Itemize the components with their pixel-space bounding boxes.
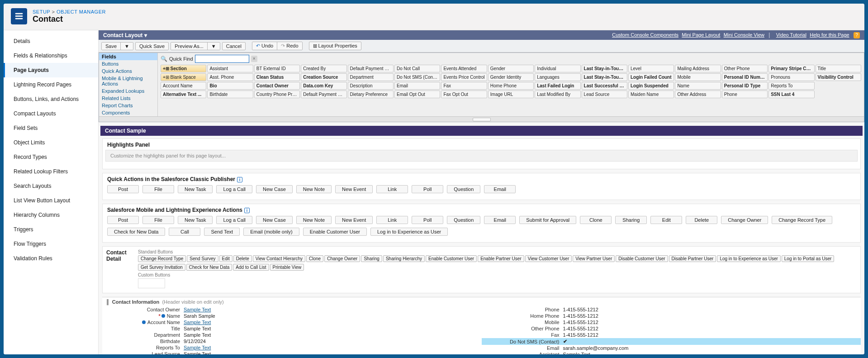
action-pill[interactable]: Link xyxy=(376,216,408,224)
field-chip[interactable]: Other Address xyxy=(675,91,721,98)
redo-button[interactable]: Redo xyxy=(277,42,302,50)
field-row[interactable]: Account NameSample Text xyxy=(102,319,482,325)
standard-button[interactable]: Log in to Experience as User xyxy=(717,255,780,262)
field-chip[interactable]: Account Name xyxy=(161,82,206,90)
sidebar-item[interactable]: Lightning Record Pages xyxy=(4,77,98,92)
link-mini-console-view[interactable]: Mini Console View xyxy=(724,32,764,38)
palette-category[interactable]: Mobile & Lightning Actions xyxy=(99,75,157,87)
action-pill[interactable]: Post xyxy=(107,185,139,193)
field-chip[interactable]: Gender xyxy=(488,65,534,72)
field-chip[interactable]: Login Suspended xyxy=(628,82,674,90)
field-chip[interactable]: Email Opt Out xyxy=(394,91,440,98)
preview-dropdown[interactable]: ▼ xyxy=(208,43,220,50)
save-button[interactable]: Save xyxy=(102,43,121,50)
standard-button[interactable]: Disable Customer User xyxy=(616,255,668,262)
action-pill[interactable]: Change Owner xyxy=(721,216,768,224)
sidebar-item[interactable]: Fields & Relationships xyxy=(4,48,98,63)
field-chip[interactable]: Other Phone xyxy=(722,65,768,72)
field-chip[interactable]: Do Not SMS (Contact) xyxy=(394,73,440,81)
field-chip[interactable]: Pronouns xyxy=(768,73,814,81)
field-chip[interactable]: Maiden Name xyxy=(628,91,674,98)
standard-button[interactable]: View Customer User xyxy=(525,255,572,262)
clear-icon[interactable]: × xyxy=(251,56,257,62)
standard-button[interactable]: Get Survey Invitation xyxy=(138,264,185,271)
field-chip[interactable]: Asst. Phone xyxy=(207,73,253,81)
action-pill[interactable]: New Task xyxy=(178,185,213,193)
action-pill[interactable]: New Case xyxy=(256,185,293,193)
quick-find-input[interactable] xyxy=(195,55,249,63)
palette-category[interactable]: Report Charts xyxy=(99,102,157,109)
action-pill[interactable]: Log a Call xyxy=(216,185,252,193)
action-pill[interactable]: Log a Call xyxy=(216,216,252,224)
field-chip[interactable]: BT External ID xyxy=(254,65,300,72)
help-icon[interactable]: ? xyxy=(854,32,860,38)
action-pill[interactable]: Email (mobile only) xyxy=(243,228,299,236)
sidebar-item[interactable]: Field Sets xyxy=(4,121,98,135)
field-chip[interactable]: Alternative Text ... xyxy=(161,91,206,98)
action-pill[interactable]: Call xyxy=(169,228,200,236)
sidebar-item[interactable]: Object Limits xyxy=(4,135,98,150)
sidebar-item[interactable]: Flow Triggers xyxy=(4,237,98,251)
standard-button[interactable]: Edit xyxy=(219,255,232,262)
action-pill[interactable]: Question xyxy=(447,185,480,193)
cancel-button[interactable]: Cancel xyxy=(222,42,246,50)
action-pill[interactable]: Log in to Experience as User xyxy=(370,228,448,236)
standard-button[interactable]: Enable Partner User xyxy=(478,255,524,262)
crumb-objmgr[interactable]: OBJECT MANAGER xyxy=(57,9,106,14)
field-row[interactable]: Other Phone1-415-555-1212 xyxy=(482,325,861,332)
field-chip[interactable]: Clean Status xyxy=(254,73,300,81)
field-row[interactable]: Mobile1-415-555-1212 xyxy=(482,319,861,325)
action-pill[interactable]: Check for New Data xyxy=(107,228,165,236)
sidebar-item[interactable]: Triggers xyxy=(4,222,98,237)
standard-button[interactable]: View Contact Hierarchy xyxy=(253,255,305,262)
field-chip[interactable]: Default Payment G... xyxy=(301,91,346,98)
field-row[interactable]: TitleSample Text xyxy=(102,325,482,332)
standard-button[interactable]: Change Owner xyxy=(324,255,360,262)
field-chip[interactable]: Primary Stripe Cu... xyxy=(768,65,814,72)
field-row[interactable]: DepartmentSample Text xyxy=(102,332,482,338)
field-row[interactable]: *NameSarah Sample xyxy=(102,313,482,319)
palette-category[interactable]: Related Lists xyxy=(99,95,157,102)
drag-handle-icon[interactable] xyxy=(473,118,491,121)
field-chip[interactable]: Last Modified By xyxy=(535,91,580,98)
standard-button[interactable]: Enable Customer User xyxy=(426,255,477,262)
field-row[interactable]: Phone1-415-555-1212 xyxy=(482,306,861,313)
field-chip[interactable]: Last Stay-in-Touc... xyxy=(582,73,627,81)
palette-category[interactable]: Expanded Lookups xyxy=(99,87,157,95)
standard-button[interactable]: Send Survey xyxy=(187,255,218,262)
field-chip[interactable]: SSN Last 4 xyxy=(768,91,814,98)
field-chip[interactable]: Login Failed Count xyxy=(628,73,674,81)
field-chip[interactable]: Level xyxy=(628,65,674,72)
field-chip[interactable]: Mobile xyxy=(675,73,721,81)
highlights-hint[interactable]: Customize the highlights panel for this … xyxy=(105,150,858,162)
field-chip[interactable]: Last Failed Login xyxy=(535,82,580,90)
action-pill[interactable]: New Note xyxy=(296,185,332,193)
action-pill[interactable]: Link xyxy=(376,185,408,193)
action-pill[interactable]: Email xyxy=(484,216,516,224)
field-chip[interactable]: Fax Opt Out xyxy=(441,91,487,98)
action-pill[interactable]: New Event xyxy=(335,216,373,224)
palette-category[interactable]: Buttons xyxy=(99,60,157,67)
field-chip[interactable]: Visibility Control xyxy=(816,73,861,81)
field-chip[interactable]: Created By xyxy=(301,65,346,72)
field-chip[interactable]: Title xyxy=(816,65,861,72)
field-chip[interactable]: Last Successful L... xyxy=(582,82,627,90)
sidebar-item[interactable]: Record Types xyxy=(4,150,98,164)
field-row[interactable]: Birthdate9/12/2024 xyxy=(102,338,482,344)
standard-button[interactable]: Add to Call List xyxy=(233,264,269,271)
field-chip[interactable]: Email xyxy=(394,82,440,90)
field-chip[interactable]: Default Payment M... xyxy=(348,65,394,72)
link-mini-page-layout[interactable]: Mini Page Layout xyxy=(682,32,720,38)
quick-save-button[interactable]: Quick Save xyxy=(135,42,169,50)
action-pill[interactable]: Edit xyxy=(650,216,682,224)
link[interactable]: Sample Text xyxy=(184,345,211,350)
field-chip[interactable]: Creation Source xyxy=(301,73,346,81)
standard-button[interactable]: Delete xyxy=(233,255,252,262)
field-chip[interactable]: Birthdate xyxy=(207,91,253,98)
field-chip[interactable]: Fax xyxy=(441,82,487,90)
crumb-setup[interactable]: SETUP xyxy=(33,9,50,14)
action-pill[interactable]: Enable Customer User xyxy=(303,228,367,236)
sidebar-item[interactable]: Buttons, Links, and Actions xyxy=(4,92,98,106)
standard-button[interactable]: Clone xyxy=(306,255,323,262)
field-row[interactable]: Lead SourceSample Text xyxy=(102,351,482,354)
